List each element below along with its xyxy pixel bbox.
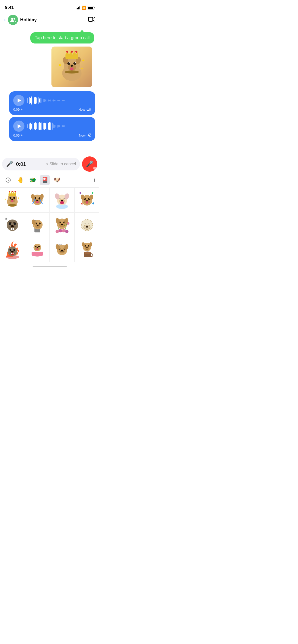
svg-point-33	[13, 197, 16, 199]
sticker-tab-card[interactable]: 🎴	[40, 175, 50, 185]
svg-point-123	[35, 246, 36, 247]
svg-text:✦: ✦	[4, 198, 6, 201]
sticker-pug-dotted[interactable]	[75, 212, 100, 237]
sticker-tab-hand[interactable]: 🤚	[15, 175, 25, 185]
sticker-pug-confetti[interactable]	[75, 187, 100, 212]
header-left: ‹ Holiday	[4, 15, 37, 25]
svg-text:✦: ✦	[82, 58, 85, 63]
svg-rect-118	[32, 252, 43, 256]
voice-message-2: 0:05 Now	[9, 117, 95, 141]
video-call-button[interactable]	[88, 17, 95, 23]
svg-point-46	[8, 204, 17, 207]
sticker-pug-flowers[interactable]	[50, 212, 75, 237]
svg-rect-79	[11, 228, 12, 230]
svg-point-97	[59, 223, 65, 227]
waveform-1	[28, 96, 91, 105]
svg-point-124	[38, 246, 40, 247]
voice-status-1: Now	[78, 108, 91, 111]
status-bar: 9:41 📶	[0, 0, 99, 13]
sticker-tab-dragon[interactable]: 🐲	[28, 175, 38, 185]
svg-point-91	[62, 229, 65, 232]
sticker-pug-peek[interactable]	[25, 212, 50, 237]
svg-point-90	[59, 229, 62, 232]
svg-rect-116	[13, 253, 14, 254]
home-indicator-area	[0, 262, 99, 270]
home-indicator	[33, 266, 67, 267]
svg-point-19	[66, 51, 68, 53]
group-name[interactable]: Holiday	[20, 17, 37, 23]
double-check-icon	[86, 108, 91, 111]
svg-point-125	[36, 247, 38, 248]
svg-rect-65	[92, 202, 94, 204]
play-button-2[interactable]	[13, 121, 24, 132]
play-button-1[interactable]	[13, 95, 24, 106]
svg-point-59	[60, 201, 64, 204]
sticker-pug-howl[interactable]	[50, 187, 75, 212]
sticker-pug-crown[interactable]: ✦ ✦	[0, 187, 25, 212]
svg-point-21	[75, 51, 77, 53]
svg-text:✺: ✺	[5, 217, 8, 221]
svg-point-35	[11, 200, 13, 202]
svg-point-113	[11, 251, 13, 253]
sticker-pug-tired[interactable]	[50, 237, 75, 262]
svg-rect-115	[11, 253, 12, 254]
mic-pink-icon: 🎤	[6, 161, 13, 167]
sticker-bulldog-fire[interactable]	[0, 237, 25, 262]
recording-section: 🎤 0:01 < Slide to cancel 🎤	[0, 154, 99, 173]
svg-point-52	[36, 201, 39, 203]
svg-point-10	[71, 65, 73, 67]
sticker-tab-dog[interactable]: 🐶	[52, 175, 62, 185]
svg-point-111	[10, 249, 12, 251]
svg-rect-63	[92, 192, 93, 194]
battery-icon	[88, 6, 94, 9]
back-button[interactable]: ‹	[4, 17, 6, 23]
svg-point-142	[86, 247, 88, 248]
svg-point-78	[11, 225, 14, 227]
svg-point-112	[13, 249, 16, 251]
sticker-pug-cake[interactable]	[25, 237, 50, 262]
svg-point-126	[36, 248, 38, 250]
svg-text:✦: ✦	[58, 62, 62, 68]
voice-duration-1: 0:09	[13, 108, 22, 111]
svg-point-1	[13, 18, 15, 20]
svg-point-9	[75, 62, 76, 63]
svg-point-100	[61, 224, 63, 225]
voice-duration-2: 0:05	[13, 134, 22, 137]
svg-point-8	[69, 62, 70, 63]
svg-rect-80	[13, 228, 14, 230]
svg-point-58	[61, 200, 63, 201]
sticker-grid: ✦ ✦	[0, 187, 99, 262]
svg-point-106	[84, 225, 90, 229]
svg-point-32	[10, 197, 12, 199]
slide-cancel-text: < Slide to cancel	[46, 162, 76, 166]
sticker-tab-recent[interactable]	[3, 175, 13, 185]
waveform-2	[28, 122, 91, 131]
chat-area: Tap here to start a group call	[0, 27, 99, 154]
group-call-tooltip[interactable]: Tap here to start a group call	[30, 32, 94, 43]
check-icon	[87, 133, 91, 137]
group-avatar	[8, 15, 18, 25]
add-sticker-button[interactable]: +	[93, 177, 96, 184]
sticker-pug-coffee[interactable]	[75, 237, 100, 262]
svg-point-87	[37, 225, 39, 226]
signal-icon	[76, 6, 80, 9]
sticker-bulldog-grumpy[interactable]: ✺	[0, 212, 25, 237]
svg-point-42	[12, 191, 13, 192]
wifi-icon: 📶	[82, 6, 86, 10]
mic-record-button[interactable]: 🎤	[82, 156, 97, 172]
svg-point-89	[56, 230, 59, 233]
svg-point-34	[11, 199, 13, 200]
sticker-image: ✦ ✦ ✦	[51, 47, 92, 87]
sticker-pug-cry[interactable]	[25, 187, 50, 212]
tooltip-text: Tap here to start a group call	[35, 35, 90, 40]
svg-rect-2	[88, 17, 93, 21]
recording-time: 0:01	[16, 161, 26, 167]
svg-point-43	[15, 191, 16, 192]
chat-header: ‹ Holiday	[0, 13, 99, 27]
voice-message-1: 0:09 Now	[9, 91, 95, 115]
svg-point-22	[65, 70, 79, 74]
status-icons: 📶	[76, 6, 94, 10]
voice-status-2: Now	[79, 133, 91, 137]
svg-text:✦: ✦	[18, 197, 20, 199]
status-time: 9:41	[5, 5, 14, 10]
